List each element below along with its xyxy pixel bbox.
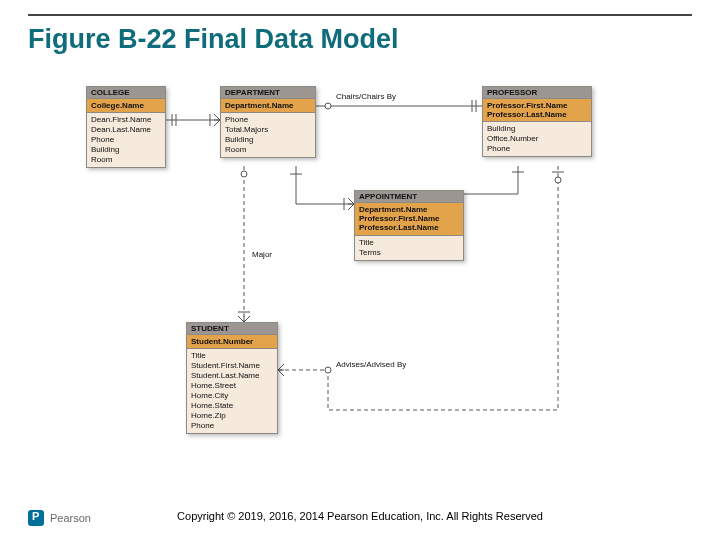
svg-point-17 — [241, 171, 247, 177]
entity-department-attrs: Phone Total.Majors Building Room — [221, 113, 315, 157]
entity-student-pk: Student.Number — [187, 335, 277, 349]
entity-professor-attrs: Building Office.Number Phone — [483, 122, 591, 156]
svg-point-21 — [555, 177, 561, 183]
figure-title: Figure B-22 Final Data Model — [28, 24, 399, 55]
erd-stage: COLLEGE College.Name Dean.First.Name Dea… — [28, 70, 692, 480]
svg-point-5 — [325, 103, 331, 109]
rel-advises-label: Advises/Advised By — [336, 360, 406, 369]
entity-college-title: COLLEGE — [87, 87, 165, 99]
rel-chairs-label: Chairs/Chairs By — [336, 92, 396, 101]
entity-student-title: STUDENT — [187, 323, 277, 335]
entity-professor: PROFESSOR Professor.First.Name Professor… — [482, 86, 592, 157]
entity-professor-title: PROFESSOR — [483, 87, 591, 99]
rel-major-label: Major — [252, 250, 272, 259]
svg-point-19 — [325, 367, 331, 373]
entity-student-attrs: Title Student.First.Name Student.Last.Na… — [187, 349, 277, 433]
entity-department-title: DEPARTMENT — [221, 87, 315, 99]
entity-professor-pk: Professor.First.Name Professor.Last.Name — [483, 99, 591, 122]
entity-college: COLLEGE College.Name Dean.First.Name Dea… — [86, 86, 166, 168]
entity-appointment-pk: Department.Name Professor.First.Name Pro… — [355, 203, 463, 236]
entity-department: DEPARTMENT Department.Name Phone Total.M… — [220, 86, 316, 158]
entity-appointment-attrs: Title Terms — [355, 236, 463, 260]
copyright-footer: Copyright © 2019, 2016, 2014 Pearson Edu… — [0, 510, 720, 522]
entity-appointment: APPOINTMENT Department.Name Professor.Fi… — [354, 190, 464, 261]
entity-college-attrs: Dean.First.Name Dean.Last.Name Phone Bui… — [87, 113, 165, 167]
entity-student: STUDENT Student.Number Title Student.Fir… — [186, 322, 278, 434]
entity-college-pk: College.Name — [87, 99, 165, 113]
entity-appointment-title: APPOINTMENT — [355, 191, 463, 203]
header-rule — [28, 14, 692, 16]
entity-department-pk: Department.Name — [221, 99, 315, 113]
